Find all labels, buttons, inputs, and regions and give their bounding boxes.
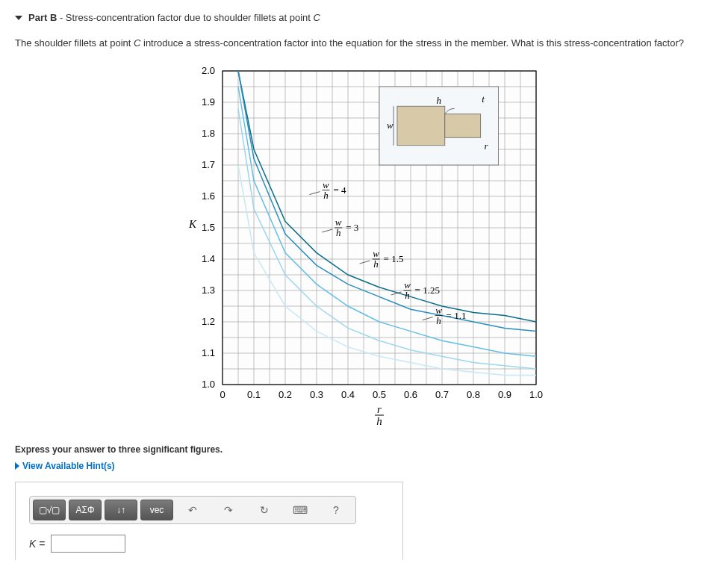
svg-text:w: w: [373, 248, 379, 259]
svg-text:0.5: 0.5: [372, 389, 385, 400]
svg-text:= 4: = 4: [333, 184, 346, 196]
q-line1: The shoulder fillets at point: [15, 37, 134, 49]
svg-text:1.1: 1.1: [201, 347, 214, 358]
answer-input[interactable]: [51, 535, 125, 553]
svg-text:= 1.1: = 1.1: [446, 310, 466, 321]
svg-text:w: w: [323, 179, 329, 190]
svg-text:w: w: [435, 305, 442, 316]
stress-concentration-chart: 00.10.20.30.40.50.60.70.80.91.01.01.11.2…: [170, 56, 559, 429]
svg-text:h: h: [323, 190, 329, 201]
templates-button[interactable]: ▢√▢: [33, 500, 66, 520]
svg-text:1.8: 1.8: [201, 128, 214, 139]
svg-rect-96: [396, 106, 444, 146]
equation-toolbar: ▢√▢ ΑΣΦ ↓↑ vec ↶ ↷ ↻ ⌨ ?: [29, 496, 356, 524]
part-dash: -: [57, 12, 66, 23]
svg-text:1.9: 1.9: [201, 96, 214, 108]
svg-text:0.7: 0.7: [435, 389, 448, 400]
answer-row: K =: [29, 535, 389, 553]
svg-text:h: h: [405, 290, 410, 301]
svg-text:h: h: [335, 227, 340, 238]
hints-label: View Available Hint(s): [22, 461, 115, 471]
part-header[interactable]: Part B - Stress-concentration factor due…: [15, 7, 713, 28]
greek-button[interactable]: ΑΣΦ: [69, 500, 102, 520]
svg-text:h: h: [373, 258, 379, 270]
svg-text:w: w: [404, 279, 411, 290]
svg-text:1.3: 1.3: [201, 284, 214, 296]
svg-text:0.1: 0.1: [246, 389, 260, 400]
svg-text:0: 0: [220, 389, 225, 400]
part-prefix: Part B: [28, 12, 57, 23]
svg-text:w: w: [335, 217, 341, 228]
express-instruction: Express your answer to three significant…: [15, 444, 713, 455]
part-point: C: [314, 12, 320, 23]
answer-box: ▢√▢ ΑΣΦ ↓↑ vec ↶ ↷ ↻ ⌨ ? K =: [15, 482, 403, 560]
svg-text:0.3: 0.3: [309, 389, 323, 400]
part-title: Part B - Stress-concentration factor due…: [28, 12, 320, 23]
svg-text:1.2: 1.2: [201, 316, 214, 327]
svg-text:= 1.25: = 1.25: [414, 284, 439, 296]
undo-button[interactable]: ↶: [176, 500, 209, 520]
svg-text:t: t: [482, 93, 485, 105]
svg-text:r: r: [377, 403, 382, 415]
svg-text:1.0: 1.0: [529, 389, 542, 400]
part-title-text: Stress-concentration factor due to shoul…: [66, 12, 314, 23]
svg-text:1.5: 1.5: [201, 222, 214, 233]
svg-text:0.6: 0.6: [403, 389, 417, 400]
question-text: The shoulder fillets at point C introduc…: [15, 37, 713, 50]
help-button[interactable]: ?: [320, 500, 352, 520]
svg-text:1.4: 1.4: [201, 253, 214, 264]
caret-right-icon: [15, 462, 19, 470]
svg-text:= 3: = 3: [346, 222, 358, 233]
svg-text:0.4: 0.4: [340, 389, 354, 400]
svg-text:h: h: [376, 415, 382, 427]
svg-text:= 1.5: = 1.5: [383, 253, 403, 264]
svg-text:1.0: 1.0: [201, 379, 214, 390]
vec-button[interactable]: vec: [140, 500, 173, 520]
redo-button[interactable]: ↷: [212, 500, 245, 520]
keyboard-button[interactable]: ⌨: [284, 500, 317, 520]
svg-text:0.8: 0.8: [466, 389, 479, 400]
caret-down-icon: [15, 16, 22, 20]
svg-text:h: h: [436, 315, 441, 326]
svg-text:0.9: 0.9: [497, 389, 511, 400]
arrows-button[interactable]: ↓↑: [105, 500, 137, 520]
q-point: C: [134, 37, 140, 49]
svg-text:0.2: 0.2: [278, 389, 291, 400]
svg-text:K: K: [187, 218, 196, 230]
svg-text:1.6: 1.6: [201, 190, 214, 202]
q-line2: introduce a stress-concentration factor …: [140, 37, 684, 49]
svg-text:1.7: 1.7: [201, 159, 214, 170]
answer-label: K =: [29, 538, 45, 550]
reset-button[interactable]: ↻: [248, 500, 281, 520]
svg-text:w: w: [387, 119, 393, 131]
chart-container: 00.10.20.30.40.50.60.70.80.91.01.01.11.2…: [15, 56, 713, 429]
svg-text:2.0: 2.0: [201, 65, 214, 76]
view-hints-link[interactable]: View Available Hint(s): [15, 461, 713, 471]
svg-rect-97: [444, 114, 480, 138]
svg-text:h: h: [436, 95, 441, 106]
